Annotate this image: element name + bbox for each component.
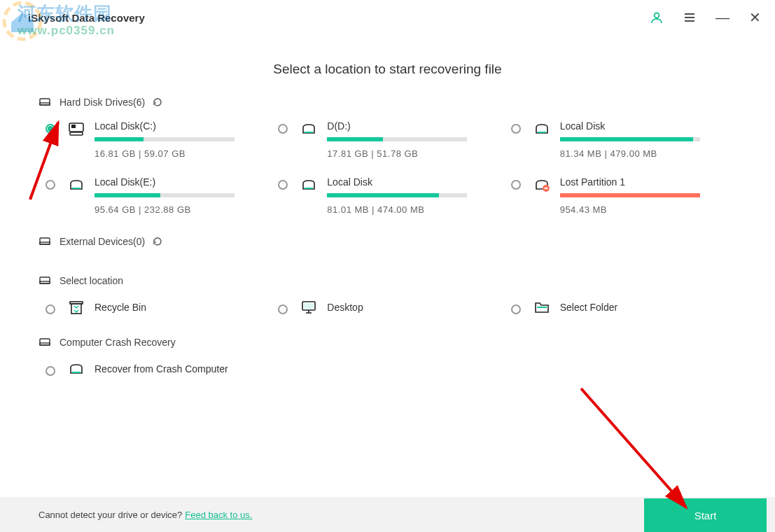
radio[interactable] (278, 124, 288, 134)
usage-bar (327, 193, 467, 197)
section-crash: Computer Crash Recovery (0, 337, 775, 348)
location-item[interactable]: Desktop (278, 299, 503, 316)
radio[interactable] (511, 180, 521, 190)
disk-icon (300, 176, 317, 193)
hdd-icon (39, 337, 51, 348)
radio[interactable] (278, 304, 288, 314)
usage-bar (560, 137, 700, 141)
radio[interactable] (511, 124, 521, 134)
drive-label: Local Disk (327, 176, 482, 188)
drive-item[interactable]: D(D:)17.81 GB | 51.78 GB (278, 120, 503, 159)
section-external: External Devices(0) (0, 236, 775, 247)
radio[interactable] (46, 124, 55, 134)
drive-item[interactable]: Local Disk(E:)95.64 GB | 232.88 GB (46, 176, 271, 215)
watermark-url: www.pc0359.cn (18, 24, 115, 38)
section-external-label: External Devices(0) (60, 236, 145, 247)
section-hdd: Hard Disk Drives(6) (0, 97, 775, 108)
disk-icon (300, 120, 317, 137)
radio[interactable] (511, 304, 521, 314)
location-label: Select Folder (560, 302, 617, 313)
lost-icon (533, 176, 550, 193)
folder-icon (533, 299, 550, 316)
close-button[interactable]: ✕ (749, 10, 761, 24)
radio[interactable] (46, 366, 55, 376)
feedback-link[interactable]: Feed back to us. (185, 510, 252, 520)
watermark-text: 河东软件园 (18, 1, 112, 26)
start-button[interactable]: Start (644, 498, 767, 532)
hdd-icon (39, 236, 51, 247)
drive-label: Local Disk(E:) (95, 176, 250, 188)
location-item[interactable]: Recycle Bin (46, 299, 271, 316)
drive-item[interactable]: Lost Partition 1954.43 MB (511, 176, 736, 215)
footer-text: Cannot detect your drive or device? (39, 510, 182, 520)
radio[interactable] (46, 180, 55, 190)
system-icon (68, 120, 85, 137)
drive-size: 16.81 GB | 59.07 GB (95, 148, 250, 159)
drive-size: 95.64 GB | 232.88 GB (95, 204, 250, 215)
section-location: Select location (0, 275, 775, 286)
hdd-icon (39, 97, 51, 108)
crash-recovery-item[interactable]: Recover from Crash Computer (46, 360, 271, 377)
crash-item-label: Recover from Crash Computer (95, 363, 228, 374)
page-title: Select a location to start recovering fi… (0, 62, 775, 77)
refresh-icon[interactable] (152, 236, 163, 247)
disk-icon (68, 176, 85, 193)
location-label: Desktop (327, 302, 363, 313)
recycle-icon (68, 299, 85, 316)
drive-item[interactable]: Local Disk(C:)16.81 GB | 59.07 GB (46, 120, 271, 159)
user-icon[interactable] (650, 10, 664, 24)
location-item[interactable]: Select Folder (511, 299, 736, 316)
usage-bar (560, 193, 700, 197)
section-location-label: Select location (60, 275, 123, 286)
drive-item[interactable]: Local Disk81.01 MB | 474.00 MB (278, 176, 503, 215)
radio[interactable] (278, 180, 288, 190)
usage-bar (95, 193, 235, 197)
refresh-icon[interactable] (152, 97, 163, 108)
drive-size: 81.01 MB | 474.00 MB (327, 204, 482, 215)
desktop-icon (300, 299, 317, 316)
menu-icon[interactable] (683, 11, 696, 24)
drive-size: 17.81 GB | 51.78 GB (327, 148, 482, 159)
radio[interactable] (46, 304, 55, 314)
drive-label: Local Disk(C:) (95, 120, 250, 132)
drive-item[interactable]: Local Disk81.34 MB | 479.00 MB (511, 120, 736, 159)
disk-icon (68, 360, 85, 377)
section-crash-label: Computer Crash Recovery (60, 337, 176, 348)
disk-icon (533, 120, 550, 137)
location-label: Recycle Bin (95, 302, 146, 313)
drive-size: 954.43 MB (560, 204, 715, 215)
usage-bar (327, 137, 467, 141)
section-hdd-label: Hard Disk Drives(6) (60, 97, 145, 108)
hdd-icon (39, 275, 51, 286)
drive-label: Lost Partition 1 (560, 176, 715, 188)
usage-bar (95, 137, 235, 141)
drive-label: Local Disk (560, 120, 715, 132)
drive-label: D(D:) (327, 120, 482, 132)
title-bar: 河东软件园 www.pc0359.cn iSkysoft Data Recove… (0, 0, 775, 35)
drive-size: 81.34 MB | 479.00 MB (560, 148, 715, 159)
minimize-button[interactable]: — (715, 10, 729, 24)
